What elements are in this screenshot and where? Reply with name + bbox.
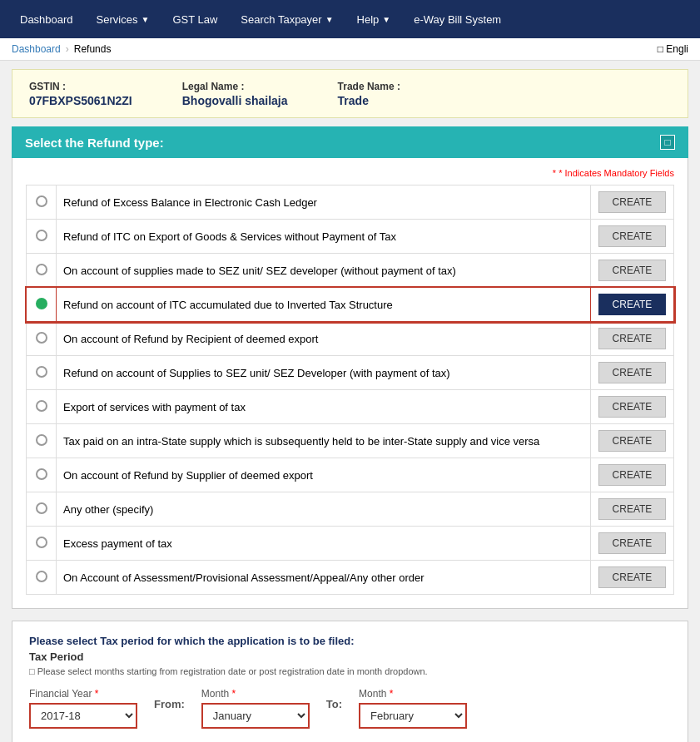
table-row: On Account of Assessment/Provisional Ass… [27, 561, 674, 595]
radio-cell[interactable] [27, 356, 57, 390]
create-button-cell: CREATE [591, 220, 674, 254]
table-row: Any other (specify)CREATE [27, 492, 674, 527]
radio-cell[interactable] [27, 186, 57, 220]
table-row: Refund of ITC on Export of Goods & Servi… [27, 220, 674, 254]
trade-name-label: Trade Name : [338, 81, 400, 92]
to-month-group: Month * JanuaryFebruaryMarchAprilMayJune… [359, 688, 467, 729]
to-month-req: * [390, 688, 394, 700]
financial-year-label: Financial Year * [29, 688, 137, 700]
refund-type-label: On account of supplies made to SEZ unit/… [57, 254, 591, 288]
from-month-select[interactable]: JanuaryFebruaryMarchAprilMayJuneJulyAugu… [201, 703, 310, 729]
create-button[interactable]: CREATE [598, 191, 667, 213]
radio-cell[interactable] [27, 458, 57, 492]
minimize-button[interactable]: □ [660, 135, 675, 150]
search-taxpayer-caret-icon: ▼ [325, 15, 334, 24]
nav-gst-law-label: GST Law [172, 13, 217, 26]
refund-type-label: Export of services with payment of tax [57, 390, 591, 424]
trade-name-value: Trade [338, 94, 400, 107]
create-button-cell: CREATE [591, 322, 674, 356]
refund-table: * * Indicates Mandatory Fields Refund of… [12, 158, 688, 609]
create-button-cell: CREATE [591, 527, 674, 561]
navbar: Dashboard Services ▼ GST Law Search Taxp… [0, 0, 700, 38]
radio-button[interactable] [36, 400, 47, 412]
create-button[interactable]: CREATE [598, 260, 667, 281]
from-month-req: * [232, 688, 236, 700]
breadcrumb: Dashboard › Refunds □ Engli [0, 38, 700, 61]
refund-type-label: Excess payment of tax [57, 527, 591, 561]
financial-year-select[interactable]: 2017-182016-172018-19 [29, 703, 137, 729]
nav-eway[interactable]: e-Way Bill System [402, 3, 513, 36]
create-button[interactable]: CREATE [598, 532, 667, 554]
tax-period-title: Please select Tax period for which the a… [29, 635, 671, 647]
radio-cell[interactable] [27, 220, 57, 254]
to-month-select[interactable]: JanuaryFebruaryMarchAprilMayJuneJulyAugu… [359, 703, 467, 729]
create-button[interactable]: CREATE [598, 396, 667, 418]
radio-button[interactable] [36, 195, 47, 207]
legal-name-group: Legal Name : Bhogovalli shailaja [182, 80, 288, 107]
create-button-cell: CREATE [591, 288, 674, 322]
radio-button[interactable] [36, 502, 47, 514]
create-button[interactable]: CREATE [598, 566, 667, 588]
nav-services[interactable]: Services ▼ [85, 3, 161, 36]
table-row: Excess payment of taxCREATE [27, 527, 674, 561]
mandatory-asterisk: * [553, 168, 556, 178]
gstin-group: GSTIN : 07FBXPS5061N2ZI [29, 80, 132, 107]
from-month-label: Month * [201, 688, 310, 700]
radio-button[interactable] [36, 230, 47, 241]
tax-period-subtitle: Tax Period [29, 650, 671, 663]
refund-type-label: Any other (specify) [57, 492, 591, 527]
radio-cell[interactable] [27, 288, 57, 322]
create-button-cell: CREATE [591, 356, 674, 390]
create-button[interactable]: CREATE [598, 362, 667, 383]
create-button[interactable]: CREATE [598, 294, 667, 315]
mandatory-note: * * Indicates Mandatory Fields [26, 168, 674, 178]
radio-button[interactable] [36, 298, 47, 309]
financial-year-label-text: Financial Year [29, 688, 92, 700]
create-button-cell: CREATE [591, 254, 674, 288]
table-row: On account of Refund by Supplier of deem… [27, 458, 674, 492]
table-row: Refund on account of ITC accumulated due… [27, 288, 674, 322]
language-selector[interactable]: □ Engli [658, 43, 688, 55]
from-month-label-text: Month [201, 688, 229, 700]
create-button-cell: CREATE [591, 458, 674, 492]
table-row: On account of Refund by Recipient of dee… [27, 322, 674, 356]
refund-type-label: Refund on account of Supplies to SEZ uni… [57, 356, 591, 390]
create-button[interactable]: CREATE [598, 328, 667, 349]
table-row: On account of supplies made to SEZ unit/… [27, 254, 674, 288]
create-button[interactable]: CREATE [598, 464, 667, 486]
nav-dashboard[interactable]: Dashboard [8, 3, 85, 36]
radio-cell[interactable] [27, 561, 57, 595]
gstin-label: GSTIN : [29, 81, 66, 92]
radio-cell[interactable] [27, 424, 57, 458]
help-caret-icon: ▼ [382, 15, 390, 24]
radio-cell[interactable] [27, 492, 57, 527]
nav-dashboard-label: Dashboard [20, 13, 73, 26]
radio-button[interactable] [36, 366, 47, 378]
radio-cell[interactable] [27, 322, 57, 356]
legal-name-value: Bhogovalli shailaja [182, 94, 288, 107]
nav-eway-label: e-Way Bill System [414, 13, 501, 26]
radio-cell[interactable] [27, 254, 57, 288]
radio-cell[interactable] [27, 527, 57, 561]
breadcrumb-dashboard[interactable]: Dashboard [12, 43, 61, 55]
radio-button[interactable] [36, 571, 47, 582]
radio-cell[interactable] [27, 390, 57, 424]
from-label: From: [154, 698, 185, 710]
refund-type-label: On account of Refund by Supplier of deem… [57, 458, 591, 492]
radio-button[interactable] [36, 264, 47, 275]
nav-gst-law[interactable]: GST Law [161, 3, 229, 36]
tax-period-form: Financial Year * 2017-182016-172018-19 F… [29, 688, 671, 729]
radio-button[interactable] [36, 537, 47, 548]
section-header: Select the Refund type: □ [12, 126, 688, 158]
create-button[interactable]: CREATE [598, 498, 667, 520]
radio-button[interactable] [36, 332, 47, 344]
create-button[interactable]: CREATE [598, 430, 667, 452]
create-button-cell: CREATE [591, 492, 674, 527]
radio-button[interactable] [36, 434, 47, 446]
refund-type-label: Refund on account of ITC accumulated due… [57, 288, 591, 322]
nav-search-taxpayer[interactable]: Search Taxpayer ▼ [229, 3, 345, 36]
nav-help[interactable]: Help ▼ [345, 3, 403, 36]
refund-type-label: Refund of Excess Balance in Electronic C… [57, 186, 591, 220]
radio-button[interactable] [36, 468, 47, 480]
create-button[interactable]: CREATE [598, 225, 667, 247]
